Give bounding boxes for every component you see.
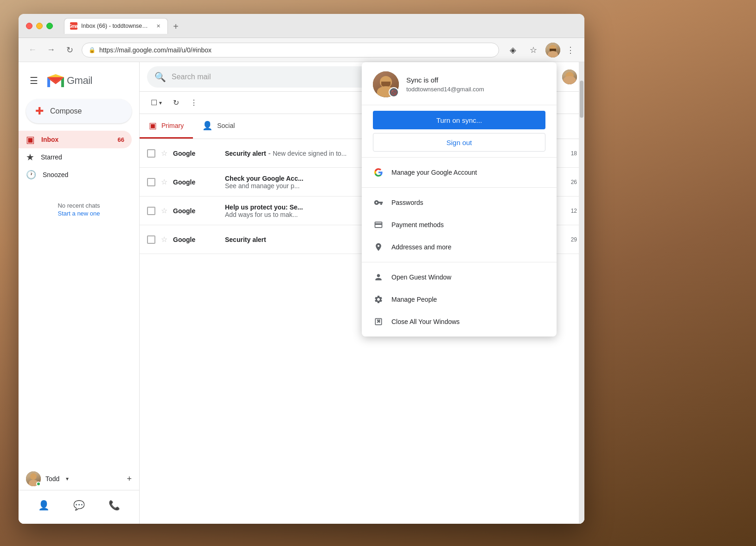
- dropdown-avatar: 🚫: [373, 71, 399, 97]
- guest-window-label: Open Guest Window: [391, 273, 451, 281]
- star-icon[interactable]: ☆: [161, 235, 167, 244]
- star-icon[interactable]: ☆: [161, 149, 167, 158]
- people-icon[interactable]: 👤: [34, 496, 53, 514]
- nav-actions: ◈ ☆ ⋮: [505, 42, 577, 58]
- email-sender: Google: [173, 236, 219, 243]
- addresses-item[interactable]: Addresses and more: [362, 236, 557, 258]
- passwords-item[interactable]: Passwords: [362, 191, 557, 214]
- inbox-icon: ▣: [26, 134, 35, 145]
- chrome-profile-button[interactable]: [545, 43, 560, 57]
- compose-plus-icon: ✚: [35, 105, 44, 117]
- turn-on-sync-button[interactable]: Turn on sync...: [373, 111, 545, 129]
- bookmark-icon[interactable]: ☆: [525, 42, 542, 58]
- search-placeholder: Search mail: [172, 73, 211, 81]
- google-g-icon: [373, 167, 384, 178]
- star-icon[interactable]: ☆: [161, 178, 167, 186]
- social-tab-icon: 👤: [202, 121, 212, 131]
- snoozed-icon: 🕐: [26, 170, 36, 180]
- search-icon: 🔍: [154, 71, 166, 83]
- scrollbar-track[interactable]: [579, 62, 584, 524]
- refresh-button[interactable]: ↻: [169, 95, 183, 110]
- lock-icon: 🔒: [89, 47, 96, 53]
- gmail-profile-button[interactable]: [562, 70, 577, 84]
- user-email-text: toddtownsend14@gmail.com: [406, 86, 545, 93]
- star-icon[interactable]: ☆: [161, 206, 167, 215]
- email-checkbox[interactable]: [147, 207, 155, 215]
- dropdown-menu-group3: Open Guest Window Manage People: [362, 262, 557, 336]
- account-row: Todd ▾ +: [19, 468, 139, 490]
- maximize-window-button[interactable]: [46, 23, 53, 29]
- starred-icon: ★: [26, 152, 34, 163]
- forward-button[interactable]: →: [45, 44, 58, 57]
- gmail-sidebar: ☰ Gmail ✚ Compose: [19, 62, 139, 524]
- phone-icon[interactable]: 📞: [105, 496, 124, 514]
- more-options-button[interactable]: ⋮: [564, 44, 577, 57]
- sidebar-item-snoozed[interactable]: 🕐 Snoozed: [19, 166, 132, 184]
- settings-gear-icon: [373, 294, 384, 305]
- dropdown-menu-group2: Passwords Payment methods Addresse: [362, 188, 557, 262]
- active-tab[interactable]: Gmail Inbox (66) - toddtownsend14@... ✕: [64, 18, 168, 34]
- primary-tab-icon: ▣: [149, 121, 157, 131]
- email-checkbox[interactable]: [147, 149, 155, 158]
- person-badge-icon: [373, 272, 384, 283]
- close-all-windows-label: Close All Your Windows: [391, 318, 460, 325]
- chat-icon[interactable]: 💬: [70, 496, 89, 514]
- compose-label: Compose: [50, 107, 82, 115]
- browser-window: Gmail Inbox (66) - toddtownsend14@... ✕ …: [19, 14, 584, 524]
- gmail-text: Gmail: [67, 75, 92, 87]
- title-bar: Gmail Inbox (66) - toddtownsend14@... ✕ …: [19, 14, 584, 38]
- addresses-label: Addresses and more: [391, 243, 451, 251]
- tab-primary[interactable]: ▣ Primary: [140, 114, 193, 139]
- add-account-button[interactable]: +: [127, 474, 132, 484]
- more-toolbar-button[interactable]: ⋮: [186, 95, 201, 110]
- tab-favicon: Gmail: [70, 22, 77, 30]
- email-time: 18: [571, 150, 577, 157]
- dropdown-header: 🚫 Sync is off toddtownsend14@gmail.com: [362, 62, 557, 105]
- sidebar-item-inbox[interactable]: ▣ Inbox 66: [19, 131, 132, 148]
- sync-off-icon: 🚫: [390, 88, 398, 96]
- back-button[interactable]: ←: [26, 44, 39, 57]
- email-time: 29: [571, 236, 577, 243]
- email-preview: New device signed in to...: [273, 150, 347, 157]
- start-new-chat-link[interactable]: Start a new one: [58, 210, 100, 217]
- select-all-button[interactable]: ☐▾: [147, 95, 166, 110]
- navigation-bar: ← → ↻ 🔒 https://mail.google.com/mail/u/0…: [19, 38, 584, 62]
- inbox-label: Inbox: [41, 136, 58, 143]
- no-chats-section: No recent chats Start a new one: [19, 184, 139, 221]
- email-time: 12: [571, 208, 577, 214]
- new-tab-button[interactable]: +: [169, 20, 183, 34]
- email-checkbox[interactable]: [147, 178, 155, 186]
- cast-icon[interactable]: ◈: [505, 42, 521, 58]
- minimize-window-button[interactable]: [36, 23, 43, 29]
- dropdown-user-info: Sync is off toddtownsend14@gmail.com: [406, 76, 545, 93]
- gmail-logo: Gmail: [47, 74, 92, 87]
- dropdown-menu-group1: Manage your Google Account: [362, 158, 557, 188]
- manage-google-account-item[interactable]: Manage your Google Account: [362, 161, 557, 184]
- hamburger-menu-icon[interactable]: ☰: [26, 71, 42, 90]
- email-sender: Google: [173, 207, 219, 215]
- compose-button[interactable]: ✚ Compose: [26, 99, 132, 123]
- sidebar-item-starred[interactable]: ★ Starred: [19, 148, 132, 166]
- location-pin-icon: [373, 241, 384, 253]
- close-all-windows-item[interactable]: Close All Your Windows: [362, 311, 557, 333]
- sync-off-badge: 🚫: [389, 87, 399, 97]
- account-name-label: Todd: [45, 475, 59, 483]
- close-window-button[interactable]: [26, 23, 32, 29]
- payment-methods-item[interactable]: Payment methods: [362, 214, 557, 236]
- profile-dropdown: 🚫 Sync is off toddtownsend14@gmail.com T…: [362, 62, 557, 336]
- scrollbar-thumb[interactable]: [580, 81, 583, 118]
- tab-close-button[interactable]: ✕: [154, 22, 162, 30]
- tab-social[interactable]: 👤 Social: [193, 114, 244, 139]
- traffic-lights: [26, 23, 53, 29]
- email-checkbox[interactable]: [147, 235, 155, 244]
- snoozed-label: Snoozed: [43, 171, 68, 178]
- guest-window-item[interactable]: Open Guest Window: [362, 266, 557, 288]
- manage-people-label: Manage People: [391, 296, 437, 303]
- sign-out-button[interactable]: Sign out: [373, 133, 545, 152]
- online-indicator: [36, 482, 41, 486]
- address-bar[interactable]: 🔒 https://mail.google.com/mail/u/0/#inbo…: [82, 43, 499, 57]
- reload-button[interactable]: ↻: [63, 44, 76, 57]
- credit-card-icon: [373, 219, 384, 230]
- manage-people-item[interactable]: Manage People: [362, 288, 557, 311]
- starred-label: Starred: [41, 153, 62, 161]
